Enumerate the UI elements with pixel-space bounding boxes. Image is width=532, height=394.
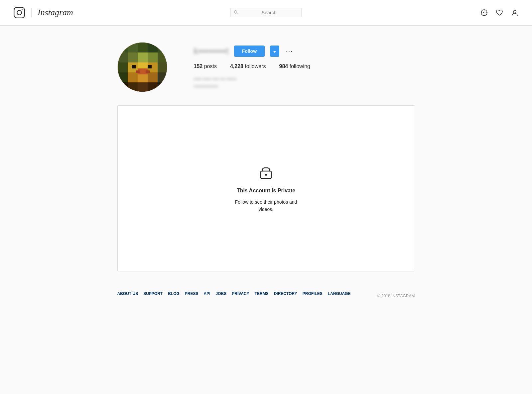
- more-options-button[interactable]: ···: [285, 48, 294, 55]
- logo-divider: [31, 8, 32, 17]
- svg-line-4: [237, 13, 238, 14]
- followers-stat[interactable]: 4,228 followers: [230, 63, 266, 69]
- svg-rect-40: [148, 65, 152, 68]
- svg-rect-35: [128, 82, 138, 92]
- profile-username: k••••••••t: [194, 46, 229, 56]
- explore-icon[interactable]: [480, 9, 488, 17]
- private-account-description: Follow to see their photos andvideos.: [235, 198, 297, 213]
- instagram-logo-icon: [13, 7, 25, 19]
- svg-rect-18: [158, 43, 167, 52]
- chevron-down-icon: [273, 49, 276, 54]
- svg-rect-22: [148, 52, 158, 62]
- svg-rect-38: [158, 82, 167, 92]
- search-icon: [234, 10, 238, 15]
- svg-point-45: [265, 174, 267, 176]
- svg-rect-24: [118, 62, 128, 72]
- svg-rect-16: [138, 43, 148, 52]
- svg-rect-30: [128, 72, 138, 82]
- posts-label-text: posts: [204, 63, 217, 69]
- footer-link[interactable]: TERMS: [255, 291, 269, 296]
- followers-label-text: followers: [245, 63, 266, 69]
- avatar-container: [117, 42, 167, 92]
- followers-count: 4,228: [230, 63, 243, 69]
- svg-rect-0: [14, 7, 25, 18]
- svg-point-1: [17, 10, 22, 15]
- follow-button[interactable]: Follow: [234, 46, 265, 57]
- search-area: [230, 8, 302, 17]
- posts-count: 152: [194, 63, 203, 69]
- svg-point-2: [22, 9, 23, 10]
- header: Instagram: [0, 0, 532, 26]
- private-account-card: This Account is Private Follow to see th…: [117, 105, 415, 271]
- footer-link[interactable]: API: [204, 291, 210, 296]
- header-left: Instagram: [13, 7, 73, 19]
- content-area: This Account is Private Follow to see th…: [111, 105, 422, 285]
- footer-links: ABOUT USSUPPORTBLOGPRESSAPIJOBSPRIVACYTE…: [117, 291, 351, 296]
- bio-line-2: •••••••••••••••: [194, 83, 415, 90]
- following-label-text: following: [290, 63, 310, 69]
- svg-rect-23: [158, 52, 167, 62]
- svg-marker-10: [483, 12, 485, 13]
- footer-link[interactable]: SUPPORT: [143, 291, 163, 296]
- profile-info: k••••••••t Follow ··· 152 posts 4,228 fo…: [194, 42, 415, 90]
- user-profile-icon[interactable]: [511, 9, 519, 17]
- search-input[interactable]: [240, 10, 298, 15]
- footer-link[interactable]: BLOG: [168, 291, 180, 296]
- profile-top: k••••••••t Follow ···: [194, 46, 415, 57]
- bio-line-1: ••••• ••••• •••• ••• ••••••: [194, 75, 415, 83]
- footer-link[interactable]: PRIVACY: [232, 291, 249, 296]
- svg-rect-33: [158, 72, 167, 82]
- activity-heart-icon[interactable]: [495, 9, 503, 17]
- svg-rect-42: [136, 70, 140, 73]
- footer-link[interactable]: DIRECTORY: [274, 291, 297, 296]
- svg-rect-39: [132, 65, 136, 68]
- svg-rect-20: [128, 52, 138, 62]
- svg-rect-14: [118, 43, 128, 52]
- private-account-title: This Account is Private: [237, 188, 295, 194]
- svg-rect-15: [128, 43, 138, 52]
- svg-rect-34: [118, 82, 128, 92]
- svg-point-11: [513, 10, 516, 13]
- profile-bio: ••••• ••••• •••• ••• •••••• ••••••••••••…: [194, 75, 415, 90]
- footer-link[interactable]: PRESS: [185, 291, 199, 296]
- svg-rect-32: [148, 72, 158, 82]
- profile-section: k••••••••t Follow ··· 152 posts 4,228 fo…: [111, 26, 422, 105]
- posts-stat: 152 posts: [194, 63, 217, 69]
- svg-rect-17: [148, 43, 158, 52]
- footer-link[interactable]: PROFILES: [303, 291, 323, 296]
- svg-rect-37: [148, 82, 158, 92]
- search-box[interactable]: [230, 8, 302, 17]
- footer-link[interactable]: LANGUAGE: [328, 291, 351, 296]
- footer-copyright: © 2018 INSTAGRAM: [377, 294, 415, 298]
- footer-bottom: ABOUT USSUPPORTBLOGPRESSAPIJOBSPRIVACYTE…: [117, 291, 415, 301]
- follow-dropdown-button[interactable]: [270, 46, 279, 57]
- footer-link[interactable]: ABOUT US: [117, 291, 138, 296]
- header-right: [480, 9, 519, 17]
- svg-rect-19: [118, 52, 128, 62]
- avatar: [117, 42, 167, 92]
- svg-rect-36: [138, 82, 148, 92]
- svg-rect-21: [138, 52, 148, 62]
- following-stat[interactable]: 984 following: [279, 63, 310, 69]
- svg-rect-28: [158, 62, 167, 72]
- svg-rect-43: [146, 70, 150, 73]
- lock-icon: [258, 164, 274, 181]
- profile-stats: 152 posts 4,228 followers 984 following: [194, 63, 415, 69]
- footer-link[interactable]: JOBS: [216, 291, 227, 296]
- footer: ABOUT USSUPPORTBLOGPRESSAPIJOBSPRIVACYTE…: [111, 285, 422, 314]
- instagram-wordmark: Instagram: [38, 8, 73, 18]
- following-count: 984: [279, 63, 288, 69]
- svg-rect-29: [118, 72, 128, 82]
